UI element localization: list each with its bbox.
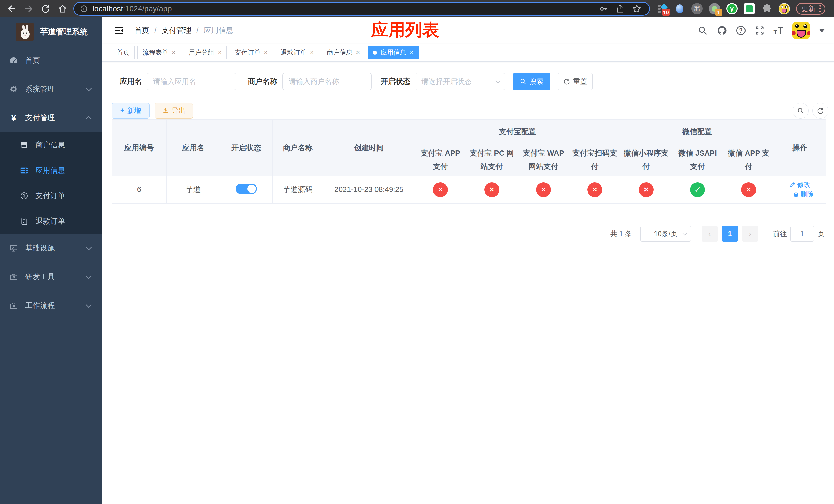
tab-app-info-active[interactable]: 应用信息: [368, 46, 419, 60]
sidebar-subitem-refund-order[interactable]: 退款订单: [0, 208, 102, 234]
extension-chat-icon[interactable]: [744, 3, 755, 14]
trash-icon: [793, 191, 799, 198]
sidebar-subitem-app[interactable]: 应用信息: [0, 158, 102, 183]
tab-home[interactable]: 首页: [112, 46, 135, 60]
edit-link[interactable]: 修改: [789, 180, 811, 189]
reset-button-label: 重置: [573, 77, 587, 86]
fullscreen-icon[interactable]: [755, 26, 765, 36]
breadcrumb-separator: /: [196, 26, 198, 35]
address-bar[interactable]: localhost:1024/pay/app: [73, 2, 650, 16]
chevron-down-icon: [86, 302, 92, 308]
reset-button[interactable]: 重置: [558, 73, 593, 90]
merchant-name-input[interactable]: [282, 73, 372, 90]
sidebar-item-label: 研发工具: [25, 272, 55, 282]
breadcrumb-separator: /: [154, 26, 156, 35]
back-icon[interactable]: [7, 4, 17, 14]
add-button[interactable]: 新增: [112, 103, 150, 119]
export-button-label: 导出: [172, 106, 185, 115]
sidebar-item-devtools[interactable]: 研发工具: [0, 262, 102, 291]
github-icon[interactable]: [717, 25, 727, 36]
user-avatar[interactable]: [792, 22, 810, 39]
refresh-table-button[interactable]: [812, 103, 828, 119]
sidebar-item-system[interactable]: 系统管理: [0, 75, 102, 104]
header-search-icon[interactable]: [698, 26, 707, 36]
goto-page-input[interactable]: [790, 226, 814, 242]
grid-icon: [19, 166, 30, 175]
home-icon[interactable]: [58, 4, 68, 14]
tab-label: 流程表单: [142, 48, 168, 56]
status-alipay-pc: ×: [484, 182, 499, 197]
sidebar-item-workflow[interactable]: 工作流程: [0, 291, 102, 320]
close-icon[interactable]: [356, 49, 360, 55]
extension-balloon-icon[interactable]: [674, 3, 685, 14]
tab-refund-order[interactable]: 退款订单: [276, 46, 319, 60]
sidebar-logo[interactable]: 芋道管理系统: [0, 18, 102, 46]
extension-y-icon[interactable]: y: [726, 3, 738, 14]
extension-badge: 1: [715, 9, 722, 16]
close-icon[interactable]: [264, 49, 268, 55]
chevron-down-icon: [86, 273, 92, 279]
document-icon: [19, 217, 30, 226]
tab-pay-order[interactable]: 支付订单: [229, 46, 273, 60]
breadcrumb-home[interactable]: 首页: [134, 25, 149, 36]
extension-recorder-icon[interactable]: 1: [709, 3, 720, 14]
close-icon[interactable]: [310, 49, 314, 55]
user-menu-caret-icon[interactable]: [819, 29, 825, 32]
font-size-icon[interactable]: [774, 26, 783, 35]
sidebar-item-infra[interactable]: 基础设施: [0, 234, 102, 262]
sidebar: 芋道管理系统 首页 系统管理 ¥ 支付管理 商户信息 应用信息: [0, 18, 102, 504]
group-header-alipay: 支付宝配置: [415, 120, 620, 144]
sidebar-item-payment[interactable]: ¥ 支付管理: [0, 104, 102, 132]
delete-link[interactable]: 删除: [793, 190, 814, 199]
annotation-page-title: 应用列表: [371, 21, 439, 39]
close-icon[interactable]: [410, 49, 414, 55]
page-number-current[interactable]: 1: [722, 226, 738, 242]
sidebar-subitem-merchant[interactable]: 商户信息: [0, 132, 102, 158]
col-header-status: 开启状态: [220, 120, 272, 176]
tab-process-form[interactable]: 流程表单: [137, 46, 181, 60]
extensions-puzzle-icon[interactable]: [761, 3, 772, 14]
search-button[interactable]: 搜索: [513, 73, 550, 90]
prev-page-button[interactable]: ‹: [702, 226, 718, 242]
tab-user-group[interactable]: 用户分组: [184, 46, 227, 60]
enabled-switch[interactable]: [236, 184, 257, 194]
col-header-app-id: 应用编号: [112, 120, 167, 176]
extension-blocks-icon[interactable]: 10: [657, 3, 668, 14]
status-wechat-mini: ×: [639, 182, 654, 197]
tab-merchant-info[interactable]: 商户信息: [322, 46, 365, 60]
site-info-icon[interactable]: [80, 5, 88, 13]
password-key-icon[interactable]: [599, 4, 608, 13]
plus-icon: [120, 107, 125, 115]
bookmark-star-icon[interactable]: [632, 4, 641, 13]
extension-command-icon[interactable]: [692, 3, 703, 14]
breadcrumb-payment[interactable]: 支付管理: [161, 25, 191, 36]
extension-emoji-icon[interactable]: [778, 3, 790, 14]
browser-menu-icon[interactable]: [819, 5, 821, 12]
active-dot-icon: [373, 50, 377, 54]
app-name-input[interactable]: [147, 73, 237, 90]
toggle-search-button[interactable]: [793, 103, 809, 119]
status-select[interactable]: 请选择开启状态: [415, 73, 505, 90]
shop-icon: [19, 141, 30, 150]
page-size-value: 10条/页: [654, 229, 678, 238]
page-size-select[interactable]: 10条/页: [640, 226, 691, 242]
status-alipay-app: ×: [433, 182, 448, 197]
sidebar-item-home[interactable]: 首页: [0, 46, 102, 75]
export-button[interactable]: 导出: [155, 103, 193, 119]
sidebar-subitem-pay-order[interactable]: 支付订单: [0, 183, 102, 208]
close-icon[interactable]: [172, 49, 176, 55]
col-header-created: 创建时间: [323, 120, 415, 176]
help-icon[interactable]: [736, 26, 746, 35]
forward-icon[interactable]: [24, 4, 34, 14]
tab-label: 用户分组: [189, 48, 214, 56]
cell-created: 2021-10-23 08:49:25: [323, 176, 415, 204]
next-page-button[interactable]: ›: [742, 226, 758, 242]
share-icon[interactable]: [616, 4, 624, 13]
close-icon[interactable]: [218, 49, 222, 55]
reload-icon[interactable]: [41, 4, 51, 14]
tab-label: 退款订单: [281, 48, 306, 56]
sidebar-collapse-icon[interactable]: [114, 25, 124, 36]
col-header-wechat-app: 微信 APP 支付: [723, 144, 774, 176]
app-title: 芋道管理系统: [40, 26, 88, 37]
browser-update-button[interactable]: 更新: [796, 3, 825, 15]
